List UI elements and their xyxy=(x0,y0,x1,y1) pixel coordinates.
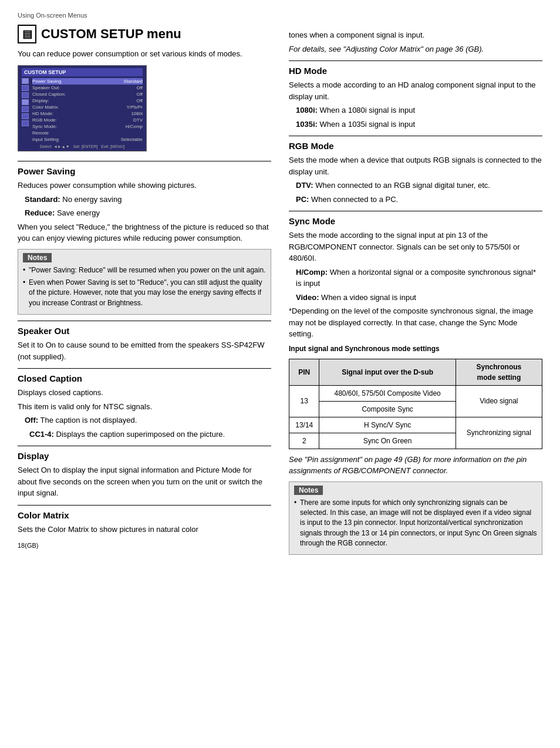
cell-pin-1314: 13/14 xyxy=(289,417,319,433)
page-number-suffix: (GB) xyxy=(25,542,38,549)
heading-color-matrix: Color Matrix xyxy=(18,510,271,520)
body-power-saving: Reduces power consumption while showing … xyxy=(18,180,271,244)
cell-sync-synchronizing: Synchronizing signal xyxy=(456,417,542,449)
menu-row-2: Closed Caption:Off xyxy=(32,91,143,97)
cell-sync-video: Video signal xyxy=(456,385,542,417)
menu-row-4: Color Matrix:Y/Pb/Pr xyxy=(32,104,143,110)
cell-signal-480: 480/60I, 575/50I Composite Video xyxy=(319,385,456,401)
intro-text: You can reduce power consumption or set … xyxy=(18,49,271,58)
col-signal: Signal input over the D-sub xyxy=(319,359,456,385)
body-color-matrix: Sets the Color Matrix to show pictures i… xyxy=(18,524,271,535)
table-row: 13/14 H Sync/V Sync Synchronizing signal xyxy=(289,417,542,433)
menu-icon-5 xyxy=(22,106,29,112)
note-item: Even when Power Saving is set to "Reduce… xyxy=(23,278,266,308)
menu-icon-6 xyxy=(22,113,29,119)
notes-title-sync: Notes xyxy=(294,486,323,495)
menu-row-1: Speaker Out:Off xyxy=(32,85,143,91)
menu-content: Power SavingStandard Speaker Out:Off Clo… xyxy=(32,78,143,143)
divider-sync-mode xyxy=(289,211,542,211)
cell-signal-composite: Composite Sync xyxy=(319,401,456,417)
menu-screenshot-title: CUSTOM SETUP xyxy=(22,68,143,76)
color-matrix-continued: tones when a component signal is input. … xyxy=(289,29,542,55)
notes-list-sync: There are some inputs for which only syn… xyxy=(294,498,537,549)
cell-signal-hsync: H Sync/V Sync xyxy=(319,417,456,433)
body-display: Select On to display the input signal in… xyxy=(18,464,271,499)
body-closed-caption: Displays closed captions. This item is v… xyxy=(18,387,271,440)
divider-display xyxy=(18,446,271,446)
top-label: Using On-screen Menus xyxy=(18,12,271,19)
menu-row-5: HD Mode:1080i xyxy=(32,110,143,117)
note-item-sync: There are some inputs for which only syn… xyxy=(294,498,537,549)
heading-power-saving: Power Saving xyxy=(18,166,271,176)
divider-color-matrix xyxy=(18,505,271,506)
body-rgb-mode: Sets the mode when a device that outputs… xyxy=(289,154,542,205)
menu-icon-7 xyxy=(22,120,29,126)
heading-hd-mode: HD Mode xyxy=(289,66,542,76)
heading-rgb-mode: RGB Mode xyxy=(289,141,542,151)
page-container: Using On-screen Menus ▤ CUSTOM SETUP men… xyxy=(0,0,560,748)
heading-sync-mode: Sync Mode xyxy=(289,216,542,226)
color-matrix-cont-text: tones when a component signal is input. xyxy=(289,29,542,41)
custom-setup-icon: ▤ xyxy=(18,25,36,43)
menu-row-0: Power SavingStandard xyxy=(32,78,143,85)
col-pin: PIN xyxy=(289,359,319,385)
notes-box-power-saving: Notes "Power Saving: Reduce" will be res… xyxy=(18,249,271,315)
menu-icon-3 xyxy=(22,92,29,98)
heading-speaker-out: Speaker Out xyxy=(18,326,271,336)
menu-icon-1 xyxy=(22,78,29,84)
main-title: ▤ CUSTOM SETUP menu xyxy=(18,25,271,43)
left-column: Using On-screen Menus ▤ CUSTOM SETUP men… xyxy=(18,12,271,736)
cell-pin-2: 2 xyxy=(289,433,319,449)
menu-row-6: RGB Mode:DTV xyxy=(32,117,143,123)
table-caption: Input signal and Synchronous mode settin… xyxy=(289,343,542,354)
divider-hd-mode xyxy=(289,60,542,61)
body-sync-mode: Sets the mode according to the signal in… xyxy=(289,230,542,340)
table-row: 13 480/60I, 575/50I Composite Video Vide… xyxy=(289,385,542,401)
menu-icons xyxy=(22,78,29,143)
divider-rgb-mode xyxy=(289,136,542,136)
sync-table: PIN Signal input over the D-sub Synchron… xyxy=(289,359,542,449)
sync-ref: See "Pin assignment" on page 49 (GB) for… xyxy=(289,454,542,477)
page-footer: 18(GB) xyxy=(18,541,271,550)
divider-closed-caption xyxy=(18,368,271,369)
right-column: tones when a component signal is input. … xyxy=(289,12,542,736)
notes-list-power-saving: "Power Saving: Reduce" will be resumed w… xyxy=(23,265,266,309)
divider-speaker-out xyxy=(18,321,271,321)
col-sync: Synchronousmode setting xyxy=(456,359,542,385)
color-matrix-ref: For details, see "Adjusting Color Matrix… xyxy=(289,43,542,55)
body-speaker-out: Set it to On to cause sound to be emitte… xyxy=(18,339,271,362)
heading-display: Display xyxy=(18,451,271,461)
main-title-text: CUSTOM SETUP menu xyxy=(41,26,181,42)
notes-title-power-saving: Notes xyxy=(23,253,52,262)
page-number: 18 xyxy=(18,542,25,549)
menu-icon-4 xyxy=(22,99,29,105)
menu-icon-2 xyxy=(22,85,29,91)
menu-row-3: Display:Off xyxy=(32,97,143,104)
note-item: "Power Saving: Reduce" will be resumed w… xyxy=(23,265,266,275)
body-hd-mode: Selects a mode according to an HD analog… xyxy=(289,79,542,130)
heading-closed-caption: Closed Caption xyxy=(18,373,271,383)
sync-table-section: Input signal and Synchronous mode settin… xyxy=(289,343,542,449)
menu-screenshot: CUSTOM SETUP Power SavingStandard xyxy=(18,65,147,151)
menu-row-8: Remote xyxy=(32,130,143,136)
cell-signal-syncgreen: Sync On Green xyxy=(319,433,456,449)
menu-body: Power SavingStandard Speaker Out:Off Clo… xyxy=(22,78,143,143)
cell-pin-13: 13 xyxy=(289,385,319,417)
menu-row-7: Sync Mode:H/Comp xyxy=(32,123,143,130)
table-header-row: PIN Signal input over the D-sub Synchron… xyxy=(289,359,542,385)
notes-box-sync-mode: Notes There are some inputs for which on… xyxy=(289,481,542,555)
menu-footer: Select: ◄►▲▼ Set: [ENTER] Exit: [MENU] xyxy=(22,144,143,149)
menu-row-9: Input SettingSelectable xyxy=(32,136,143,143)
divider-power-saving xyxy=(18,161,271,161)
